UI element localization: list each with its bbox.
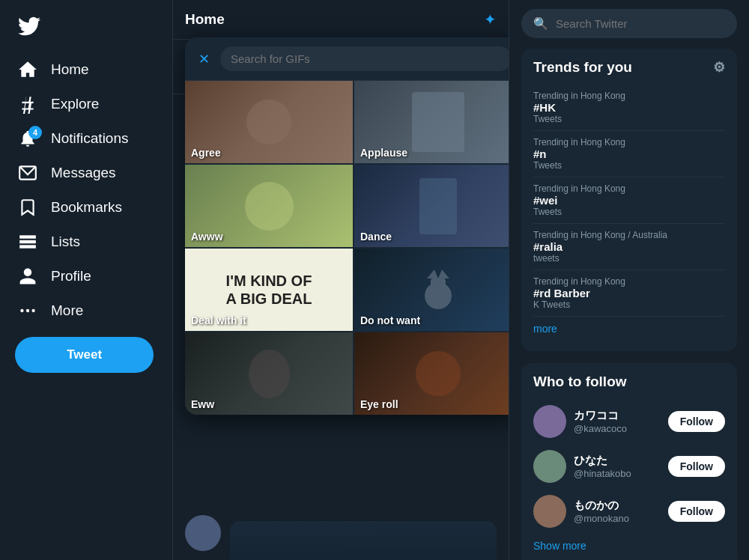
follow-avatar-monokano[interactable] [533,495,566,528]
svg-point-5 [26,309,29,312]
svg-rect-1 [20,236,35,237]
follow-name-kawacoco: カワココ [574,409,661,423]
search-icon: 🔍 [533,16,548,31]
gif-applause[interactable]: Applause [354,81,509,163]
follow-item-kawacoco: カワココ @kawacoco Follow [533,399,725,444]
hashtag-icon [18,94,37,114]
trends-box: Trends for you ⚙ Trending in Hong Kong #… [521,49,737,351]
gif-applause-label: Applause [360,147,407,159]
svg-rect-3 [20,246,35,247]
notifications-label: Notifications [51,130,129,147]
gif-deal-text: I'M KIND OF A BIG DEAL [220,266,318,314]
home-icon [18,60,37,79]
gif-picker-overlay: ✕ Agree Applause [185,37,509,415]
tweet-button[interactable]: Tweet [15,337,154,373]
sidebar-item-messages[interactable]: Messages [9,156,163,190]
svg-marker-9 [427,270,438,279]
sidebar-item-more[interactable]: More [9,293,163,328]
gif-eww-label: Eww [191,398,214,410]
gif-do-not-want-label: Do not want [360,314,420,326]
right-sidebar: 🔍 Trends for you ⚙ Trending in Hong Kong… [509,0,749,560]
tweet-card-video: Video content 0:01 837.3K views TikTok 1… [173,506,509,560]
svg-rect-2 [20,241,35,243]
notifications-badge: 4 [28,126,42,139]
gif-eye-roll-label: Eye roll [360,398,398,410]
sidebar-item-lists[interactable]: Lists [9,225,163,259]
gif-grid: Agree Applause Awww [185,81,509,415]
follow-avatar-kawacoco[interactable] [533,405,566,438]
trend-item-4[interactable]: Trending in Hong Kong / Australia #ralia… [533,224,725,270]
home-label: Home [51,61,89,78]
gif-do-not-want[interactable]: Do not want [354,249,509,331]
settings-icon[interactable]: ⚙ [713,59,725,76]
trends-title: Trends for you ⚙ [533,59,725,76]
trends-show-more[interactable]: more [533,317,725,341]
gif-deal-label: Deal with it [191,314,246,326]
follow-box: Who to follow カワココ @kawacoco Follow ひなた … [521,363,737,560]
gif-deal-with-it[interactable]: I'M KIND OF A BIG DEAL Deal with it [185,249,353,331]
gif-awww-label: Awww [191,231,223,243]
follow-title: Who to follow [533,374,725,390]
feed-title: Home [185,11,225,28]
left-sidebar: Home Explore 4 Notifications Messages Bo… [0,0,172,560]
search-bar[interactable]: 🔍 [521,9,737,38]
lists-label: Lists [51,234,80,250]
follow-info-kawacoco: カワココ @kawacoco [574,409,661,434]
trend-item-5[interactable]: Trending in Hong Kong #rd Barber K Tweet… [533,270,725,317]
gif-dance-label: Dance [360,231,392,243]
video-preview[interactable]: Video content 0:01 837.3K views TikTok [230,521,497,560]
messages-label: Messages [51,165,116,181]
gif-eww[interactable]: Eww [185,332,353,415]
follow-avatar-hinatakobo[interactable] [533,450,566,483]
follow-info-hinatakobo: ひなた @hinatakobo [574,454,661,479]
gif-awww[interactable]: Awww [185,165,353,247]
follow-name-hinatakobo: ひなた [574,454,661,468]
follow-info-monokano: ものかの @monokano [574,499,661,524]
follow-handle-kawacoco: @kawacoco [574,423,661,434]
follow-show-more[interactable]: Show more [533,534,725,558]
svg-point-6 [31,309,34,312]
list-icon [18,232,37,252]
person-icon [18,267,37,286]
explore-label: Explore [51,96,99,112]
bookmarks-label: Bookmarks [51,199,122,216]
sidebar-item-home[interactable]: Home [9,52,163,87]
trend-item-2[interactable]: Trending in Hong Kong #n Tweets [533,131,725,177]
follow-handle-hinatakobo: @hinatakobo [574,468,661,479]
follow-handle-monokano: @monokano [574,513,661,524]
follow-name-monokano: ものかの [574,499,661,513]
follow-item-monokano: ものかの @monokano Follow [533,489,725,534]
follow-item-hinatakobo: ひなた @hinatakobo Follow [533,444,725,489]
sidebar-item-notifications[interactable]: 4 Notifications [9,121,163,156]
mail-icon [18,163,37,183]
gif-search-bar: ✕ [185,37,509,81]
sidebar-item-explore[interactable]: Explore [9,87,163,121]
dots-icon [18,301,37,320]
sparkle-icon[interactable]: ✦ [484,10,497,28]
bookmark-icon [18,198,37,217]
gif-dance[interactable]: Dance [354,165,509,247]
follow-button-hinatakobo[interactable]: Follow [668,456,725,477]
svg-point-4 [20,309,23,312]
twitter-logo[interactable] [9,6,49,49]
svg-marker-10 [438,270,449,279]
gif-eye-roll[interactable]: Eye roll [354,332,509,415]
main-feed: Home ✦ ✕ Agree [172,0,509,560]
tweet-body: Video content 0:01 837.3K views TikTok 1… [230,515,497,560]
follow-button-monokano[interactable]: Follow [668,501,725,522]
tweet-avatar [185,515,221,551]
sidebar-item-profile[interactable]: Profile [9,259,163,293]
more-label: More [51,302,83,319]
svg-rect-8 [431,279,446,293]
gif-agree[interactable]: Agree [185,81,353,163]
gif-agree-label: Agree [191,147,221,159]
trend-item-1[interactable]: Trending in Hong Kong #HK Tweets [533,85,725,131]
gif-search-input[interactable] [220,46,509,71]
search-input[interactable] [556,17,725,30]
feed-header: Home ✦ [173,0,509,40]
profile-label: Profile [51,268,91,284]
trend-item-3[interactable]: Trending in Hong Kong #wei Tweets [533,177,725,224]
gif-close-button[interactable]: ✕ [195,48,213,70]
sidebar-item-bookmarks[interactable]: Bookmarks [9,190,163,225]
follow-button-kawacoco[interactable]: Follow [668,411,725,432]
